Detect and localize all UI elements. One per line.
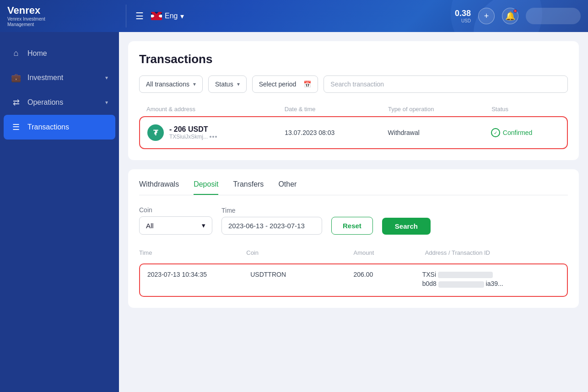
col-status-header: Status [491, 106, 561, 113]
notification-button[interactable]: 🔔 [502, 8, 518, 24]
status-check-icon: ✓ [491, 128, 500, 137]
tx-address: TXSiuiJxSkmj... [169, 134, 217, 140]
lang-label: Eng [165, 12, 178, 20]
period-filter[interactable]: Select period 📅 [252, 75, 318, 93]
col-coin-header: Coin [246, 249, 353, 256]
col-date-header: Date & time [285, 106, 388, 113]
row-amount: 206.00 [354, 271, 422, 290]
logo-text: Venrex [7, 5, 45, 16]
address-line-2: b0d8 ia39... [422, 280, 560, 287]
all-transactions-chevron-icon: ▾ [193, 81, 196, 87]
tab-transfers[interactable]: Transfers [233, 180, 264, 195]
tx-dots [210, 136, 217, 138]
sidebar: ⌂ Home 💼 Investment ▾ ⇄ Operations ▾ ☰ T… [0, 32, 119, 392]
add-button[interactable]: + [478, 8, 495, 24]
notification-dot [513, 9, 517, 13]
main-content: Transactions All transactions ▾ Status ▾… [119, 32, 588, 392]
filters-row: All transactions ▾ Status ▾ Select perio… [139, 75, 568, 93]
status-chevron-icon: ▾ [237, 81, 240, 87]
coin-chevron-icon: ▾ [202, 221, 205, 230]
dot-2 [212, 136, 214, 138]
header: Venrex Venrex Investment Management ☰ En… [0, 0, 588, 32]
uk-flag-icon [151, 12, 162, 20]
status-filter[interactable]: Status ▾ [208, 75, 247, 93]
row-address: TXSi b0d8 ia39... [422, 271, 560, 290]
sidebar-item-operations[interactable]: ⇄ Operations ▾ [0, 90, 119, 115]
lower-card: Withdrawals Deposit Transfers Other Coin… [128, 169, 579, 308]
reset-button[interactable]: Reset [331, 217, 373, 235]
sidebar-item-investment[interactable]: 💼 Investment ▾ [0, 65, 119, 90]
tab-bar: Withdrawals Deposit Transfers Other [139, 180, 568, 195]
header-center: ☰ Eng ▾ [126, 11, 455, 21]
table-row[interactable]: ₮ - 206 USDT TXSiuiJxSkmj... [139, 116, 568, 149]
tether-icon: ₮ [147, 124, 164, 141]
header-right: 0.38 USD + 🔔 [455, 8, 581, 24]
col-time-header: Time [139, 249, 246, 256]
tab-withdrawals[interactable]: Withdrawals [139, 180, 179, 195]
coin-select[interactable]: All ▾ [139, 216, 212, 235]
coin-form-group: Coin All ▾ [139, 206, 212, 235]
dot-3 [215, 136, 217, 138]
coin-label: Coin [139, 206, 212, 214]
tx-amount: - 206 USDT [169, 125, 217, 134]
balance-amount: 0.38 [455, 9, 471, 18]
operations-icon: ⇄ [11, 97, 21, 107]
status-label: Status [215, 81, 233, 88]
tx-date: 13.07.2023 08:03 [285, 129, 388, 136]
period-label: Select period [259, 81, 297, 88]
time-label: Time [221, 207, 322, 214]
lang-chevron-icon: ▾ [180, 12, 184, 21]
investment-icon: 💼 [11, 73, 21, 83]
all-transactions-filter[interactable]: All transactions ▾ [139, 75, 203, 93]
logo-area: Venrex Venrex Investment Management [7, 5, 126, 27]
hamburger-icon[interactable]: ☰ [135, 11, 144, 21]
row-coin: USDTTRON [250, 271, 353, 290]
address-blurred-2 [438, 281, 484, 288]
investment-chevron-icon: ▾ [105, 75, 108, 81]
col-type-header: Type of operation [388, 106, 491, 113]
tab-other[interactable]: Other [278, 180, 297, 195]
table-row[interactable]: 2023-07-13 10:34:35 USDTTRON 206.00 TXSi… [139, 263, 568, 297]
tx-status: ✓ Confirmed [491, 128, 560, 137]
form-row: Coin All ▾ Time 2023-06-13 - 2023-07-13 … [139, 206, 568, 235]
transactions-icon: ☰ [11, 122, 21, 132]
address-line-1: TXSi [422, 271, 560, 278]
date-range-value: 2023-06-13 - 2023-07-13 [228, 222, 305, 230]
col-amount-header: Amount [354, 249, 425, 256]
lang-selector[interactable]: Eng ▾ [151, 12, 184, 21]
sidebar-item-transactions[interactable]: ☰ Transactions [4, 115, 115, 140]
col-address-header: Address / Transaction ID [425, 249, 568, 256]
address-blurred-1 [438, 272, 493, 278]
operations-chevron-icon: ▾ [105, 99, 108, 106]
balance-area: 0.38 USD [455, 9, 471, 23]
search-button[interactable]: Search [382, 218, 431, 235]
date-range-input[interactable]: 2023-06-13 - 2023-07-13 [221, 217, 322, 235]
tx-amount-area: ₮ - 206 USDT TXSiuiJxSkmj... [147, 124, 285, 141]
all-transactions-label: All transactions [146, 81, 189, 88]
tx-type: Withdrawal [388, 129, 491, 136]
search-transaction-input[interactable]: Search transaction [324, 75, 568, 93]
calendar-icon: 📅 [303, 81, 311, 88]
balance-currency: USD [461, 18, 471, 23]
home-icon: ⌂ [11, 48, 21, 58]
layout: ⌂ Home 💼 Investment ▾ ⇄ Operations ▾ ☰ T… [0, 32, 588, 392]
tx-amount-info: - 206 USDT TXSiuiJxSkmj... [169, 125, 217, 140]
transactions-table-header: Amount & address Date & time Type of ope… [139, 102, 568, 116]
search-placeholder: Search transaction [330, 81, 384, 88]
sidebar-item-home[interactable]: ⌂ Home [0, 41, 119, 65]
page-title: Transactions [139, 52, 568, 66]
status-label: Confirmed [503, 129, 533, 136]
col-amount-header: Amount & address [146, 106, 285, 113]
data-table-header: Time Coin Amount Address / Transaction I… [139, 246, 568, 260]
dot-1 [210, 136, 211, 138]
time-form-group: Time 2023-06-13 - 2023-07-13 [221, 207, 322, 235]
row-time: 2023-07-13 10:34:35 [147, 271, 250, 290]
coin-value: All [146, 222, 154, 230]
transactions-card: Transactions All transactions ▾ Status ▾… [128, 41, 579, 160]
avatar[interactable] [526, 8, 581, 24]
logo-sub: Venrex Investment Management [7, 16, 45, 27]
tab-deposit[interactable]: Deposit [194, 180, 218, 195]
